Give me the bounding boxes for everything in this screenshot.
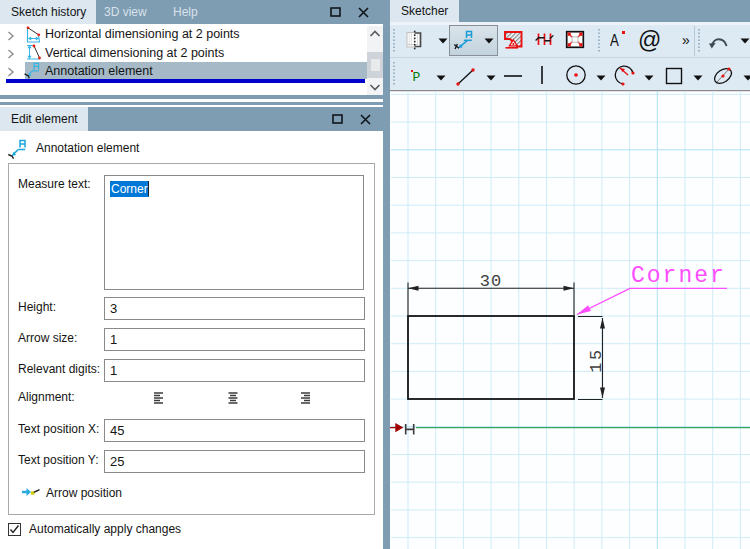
svg-text:30: 30 — [480, 272, 502, 291]
svg-text:Corner: Corner — [631, 263, 726, 289]
svg-text:15: 15 — [587, 347, 606, 372]
